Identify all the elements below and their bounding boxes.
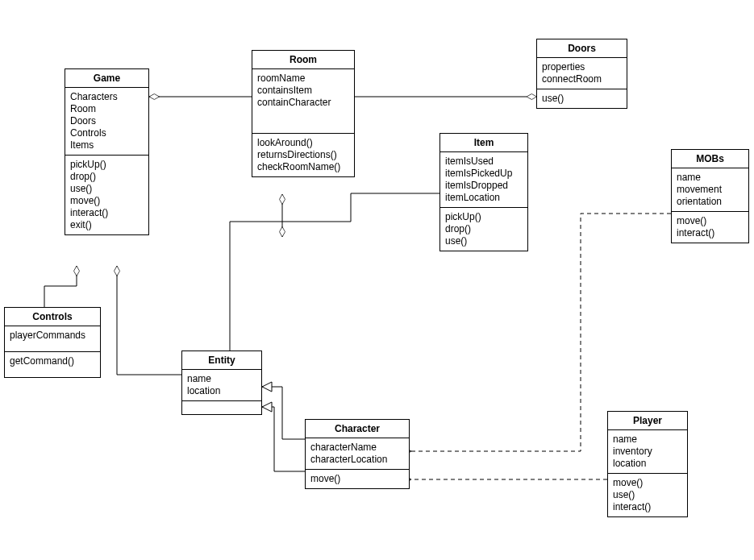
class-attrs: nameinventorylocation xyxy=(608,430,687,474)
class-methods: pickUp()drop()use()move()interact()exit(… xyxy=(65,156,148,234)
class-title: Controls xyxy=(5,308,100,326)
rel-entity-character-1 xyxy=(262,387,305,439)
class-room: Room roomNamecontainsItemcontainCharacte… xyxy=(252,50,355,177)
class-doors: Doors propertiesconnectRoom use() xyxy=(536,39,627,109)
rel-room-entity xyxy=(230,222,282,351)
class-methods: move() xyxy=(306,470,409,488)
rel-room-item xyxy=(282,193,439,222)
class-controls: Controls playerCommands getCommand() xyxy=(4,307,101,378)
class-title: Game xyxy=(65,69,148,88)
class-attrs: playerCommands xyxy=(5,326,100,352)
class-entity: Entity namelocation xyxy=(181,351,262,415)
class-methods: use() xyxy=(537,89,627,108)
class-title: Character xyxy=(306,420,409,438)
class-attrs: itemIsUseditemIsPickedUpitemIsDroppedite… xyxy=(440,152,527,208)
uml-canvas: Game CharactersRoomDoorsControlsItems pi… xyxy=(0,0,754,560)
class-character: Character characterNamecharacterLocation… xyxy=(305,419,410,489)
class-attrs: propertiesconnectRoom xyxy=(537,58,627,89)
class-title: Entity xyxy=(182,351,261,370)
class-methods: pickUp()drop()use() xyxy=(440,208,527,251)
class-attrs: namelocation xyxy=(182,370,261,401)
class-item: Item itemIsUseditemIsPickedUpitemIsDropp… xyxy=(439,133,528,251)
rel-game-entity xyxy=(117,266,181,375)
class-mobs: MOBs namemovementorientation move()inter… xyxy=(671,149,749,243)
class-title: MOBs xyxy=(672,150,748,168)
class-attrs: CharactersRoomDoorsControlsItems xyxy=(65,88,148,156)
class-attrs: characterNamecharacterLocation xyxy=(306,438,409,470)
rel-entity-character-2 xyxy=(262,407,305,471)
rel-game-controls xyxy=(44,266,77,307)
class-game: Game CharactersRoomDoorsControlsItems pi… xyxy=(65,68,149,235)
class-methods: move()interact() xyxy=(672,212,748,243)
class-methods: getCommand() xyxy=(5,352,100,377)
class-title: Room xyxy=(252,51,354,69)
class-title: Player xyxy=(608,412,687,430)
class-title: Doors xyxy=(537,39,627,58)
class-attrs: roomNamecontainsItemcontainCharacter xyxy=(252,69,354,134)
class-methods: move()use()interact() xyxy=(608,474,687,516)
class-title: Item xyxy=(440,134,527,152)
class-methods xyxy=(182,401,261,414)
class-player: Player nameinventorylocation move()use()… xyxy=(607,411,688,517)
class-attrs: namemovementorientation xyxy=(672,168,748,212)
class-methods: lookAround()returnsDirections()checkRoom… xyxy=(252,134,354,176)
